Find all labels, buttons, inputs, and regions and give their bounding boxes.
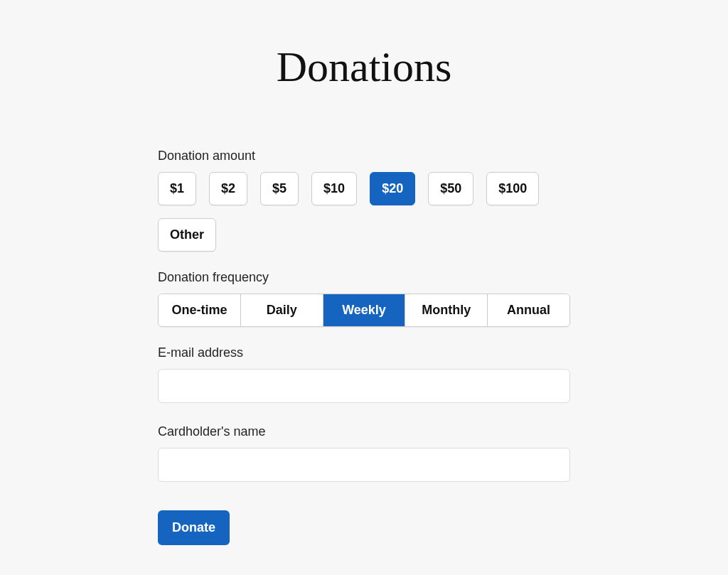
donation-frequency-group: One-timeDailyWeeklyMonthlyAnnual — [158, 294, 570, 327]
donation-frequency-label: Donation frequency — [158, 270, 570, 285]
page-title: Donations — [158, 43, 570, 92]
amount-option-5[interactable]: $5 — [260, 172, 299, 205]
frequency-option-monthly[interactable]: Monthly — [405, 294, 488, 326]
frequency-option-one-time[interactable]: One-time — [159, 294, 241, 326]
amount-option-1[interactable]: $1 — [158, 172, 196, 205]
frequency-option-weekly[interactable]: Weekly — [323, 294, 406, 326]
donate-button[interactable]: Donate — [158, 510, 230, 545]
amount-option-100[interactable]: $100 — [486, 172, 539, 205]
amount-option-20[interactable]: $20 — [370, 172, 415, 205]
donation-amount-label: Donation amount — [158, 149, 570, 163]
amount-option-2[interactable]: $2 — [209, 172, 247, 205]
cardholder-field[interactable] — [158, 448, 570, 482]
frequency-option-annual[interactable]: Annual — [488, 294, 569, 326]
amount-option-other[interactable]: Other — [158, 218, 216, 252]
frequency-option-daily[interactable]: Daily — [241, 294, 323, 326]
cardholder-label: Cardholder's name — [158, 424, 570, 439]
donation-amount-group: $1$2$5$10$20$50$100Other — [158, 172, 570, 252]
amount-option-50[interactable]: $50 — [428, 172, 473, 205]
amount-option-10[interactable]: $10 — [311, 172, 357, 205]
email-field[interactable] — [158, 369, 570, 403]
email-label: E-mail address — [158, 345, 570, 360]
